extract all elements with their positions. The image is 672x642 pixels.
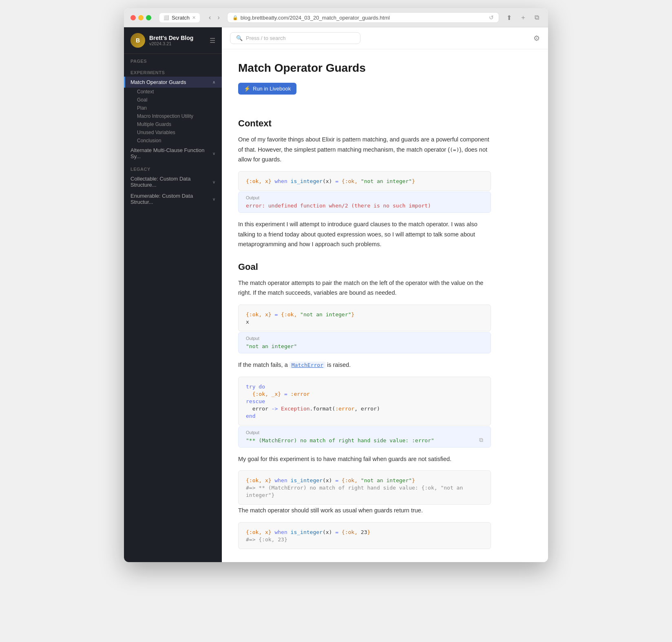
code-block-4: {:ok, x} when is_integer(x) = {:ok, "not…: [238, 470, 491, 505]
article-title: Match Operator Guards: [238, 62, 491, 75]
code-block-2: {:ok, x} = {:ok, "not an integer"} x: [238, 304, 491, 331]
sidebar-item-alternate-label: Alternate Multi-Clause Function Sy...: [130, 147, 212, 159]
livebook-icon: ⚡: [244, 86, 250, 92]
code-block-1: {:ok, x} when is_integer(x) = {:ok, "not…: [238, 171, 491, 191]
sidebar-item-enumerable-label: Enumerable: Custom Data Structur...: [130, 193, 212, 205]
context-heading: Context: [238, 118, 491, 129]
main-content: 🔍 Press / to search ⚙ Match Operator Gua…: [222, 27, 548, 562]
toolbar-buttons: ⬆ ＋ ⧉: [504, 13, 542, 23]
search-placeholder: Press / to search: [246, 35, 286, 41]
article: Match Operator Guards ⚡ Run in Livebook …: [222, 49, 507, 562]
tab-area: ⬜ Scratch ✕: [159, 13, 200, 22]
title-bar: ⬜ Scratch ✕ ‹ › 🔒 blog.brettbeatty.com/2…: [124, 8, 548, 27]
experiments-section: EXPERIMENTS: [124, 65, 222, 77]
refresh-icon[interactable]: ↺: [489, 14, 494, 21]
tab-icon: ⬜: [164, 15, 169, 20]
settings-icon[interactable]: ⚙: [533, 34, 540, 43]
sidebar-item-match-operator[interactable]: Match Operator Guards ∧: [124, 77, 222, 88]
url-text: blog.brettbeatty.com/2024_03_20_match_op…: [241, 15, 390, 21]
sidebar-item-match-label: Match Operator Guards: [130, 79, 186, 85]
goal-paragraph-2: If the match fails, a MatchError is rais…: [238, 360, 491, 370]
sidebar-sub-macro[interactable]: Macro Introspection Utility: [124, 112, 222, 120]
run-button-label: Run in Livebook: [253, 86, 291, 92]
back-button[interactable]: ‹: [206, 13, 213, 22]
forward-button[interactable]: ›: [215, 13, 222, 22]
browser-window: ⬜ Scratch ✕ ‹ › 🔒 blog.brettbeatty.com/2…: [124, 8, 548, 562]
lock-icon: 🔒: [232, 15, 238, 20]
blog-title: Brett's Dev Blog: [149, 35, 206, 41]
code-block-3: try do {:ok, _x} = :error rescue error -…: [238, 377, 491, 426]
legacy-label: LEGACY: [130, 167, 215, 172]
sidebar-item-enumerable[interactable]: Enumerable: Custom Data Structur... ∨: [124, 190, 222, 207]
sidebar-sub-multiple[interactable]: Multiple Guards: [124, 120, 222, 128]
browser-tab[interactable]: ⬜ Scratch ✕: [159, 13, 200, 22]
sidebar-sub-conclusion[interactable]: Conclusion: [124, 137, 222, 145]
url-bar[interactable]: 🔒 blog.brettbeatty.com/2024_03_20_match_…: [227, 12, 499, 23]
sidebar-item-collectable-label: Collectable: Custom Data Structure...: [130, 176, 212, 188]
chevron-down-icon-2: ∨: [212, 180, 215, 184]
hamburger-icon[interactable]: ☰: [210, 37, 215, 44]
pages-label: PAGES: [130, 59, 215, 64]
output-block-2: Output "not an integer": [238, 332, 491, 353]
nav-buttons: ‹ ›: [206, 13, 222, 22]
chevron-down-icon-3: ∨: [212, 197, 215, 201]
pages-section: PAGES: [124, 54, 222, 65]
search-input-wrap[interactable]: 🔍 Press / to search: [230, 32, 360, 44]
minimize-button[interactable]: [138, 15, 144, 20]
match-error-inline: MatchError: [290, 362, 325, 368]
run-in-livebook-button[interactable]: ⚡ Run in Livebook: [238, 83, 296, 95]
legacy-section: LEGACY: [124, 162, 222, 173]
sidebar-sub-unused[interactable]: Unused Variables: [124, 128, 222, 137]
experiments-label: EXPERIMENTS: [130, 70, 215, 75]
chevron-down-icon: ∨: [212, 151, 215, 156]
sidebar-item-alternate[interactable]: Alternate Multi-Clause Function Sy... ∨: [124, 145, 222, 162]
search-icon: 🔍: [236, 35, 243, 41]
windows-button[interactable]: ⧉: [532, 13, 542, 23]
sidebar-item-collectable[interactable]: Collectable: Custom Data Structure... ∨: [124, 173, 222, 190]
sidebar-sub-goal[interactable]: Goal: [124, 96, 222, 104]
search-bar: 🔍 Press / to search ⚙: [222, 27, 548, 49]
new-tab-button[interactable]: ＋: [517, 13, 529, 23]
avatar: B: [130, 33, 145, 48]
blog-info: Brett's Dev Blog v2024.3.21: [149, 35, 206, 46]
app-body: B Brett's Dev Blog v2024.3.21 ☰ PAGES EX…: [124, 27, 548, 562]
traffic-lights: [130, 15, 151, 20]
sidebar: B Brett's Dev Blog v2024.3.21 ☰ PAGES EX…: [124, 27, 222, 562]
sidebar-sub-context[interactable]: Context: [124, 88, 222, 96]
sidebar-header: B Brett's Dev Blog v2024.3.21 ☰: [124, 27, 222, 54]
context-paragraph-2: In this experiment I will attempt to int…: [238, 219, 491, 249]
goal-paragraph-3: My goal for this experiment is to have m…: [238, 454, 491, 464]
tab-close-icon[interactable]: ✕: [192, 15, 196, 20]
sidebar-sub-plan[interactable]: Plan: [124, 104, 222, 112]
goal-paragraph-4: The match operator should still work as …: [238, 505, 491, 516]
goal-paragraph-1: The match operator attempts to pair the …: [238, 278, 491, 298]
tab-label: Scratch: [172, 15, 190, 21]
maximize-button[interactable]: [146, 15, 151, 20]
code-block-5: {:ok, x} when is_integer(x) = {:ok, 23} …: [238, 522, 491, 549]
output-label-2: Output: [246, 336, 483, 341]
close-button[interactable]: [130, 15, 136, 20]
context-paragraph: One of my favorite things about Elixir i…: [238, 135, 491, 165]
copy-button[interactable]: ⧉: [479, 437, 483, 443]
blog-version: v2024.3.21: [149, 41, 206, 46]
output-block-1: Output error: undefined function when/2 …: [238, 192, 491, 213]
output-block-3: Output "** (MatchError) no match of righ…: [238, 426, 491, 448]
goal-heading: Goal: [238, 262, 491, 272]
output-label-3: Output: [246, 430, 483, 435]
chevron-up-icon: ∧: [212, 80, 215, 84]
share-button[interactable]: ⬆: [504, 13, 514, 23]
output-label-1: Output: [246, 195, 483, 200]
